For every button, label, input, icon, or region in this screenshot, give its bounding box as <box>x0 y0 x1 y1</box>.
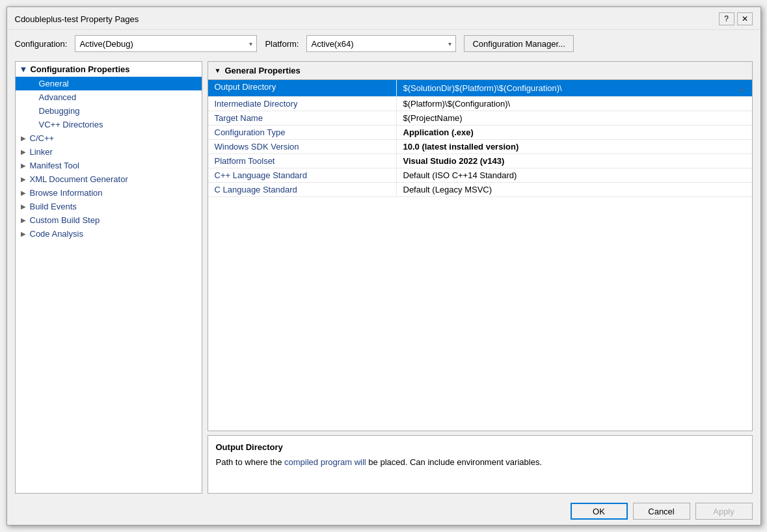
sidebar-label-advanced: Advanced <box>39 92 77 102</box>
bottom-buttons: OK Cancel Apply <box>7 498 760 525</box>
expand-icon-linker: ▶ <box>20 148 27 155</box>
sidebar-label-vc-directories: VC++ Directories <box>39 120 103 129</box>
sidebar-item-browse-info[interactable]: ▶Browse Information <box>16 186 202 200</box>
prop-value-c-lang-std: Default (Legacy MSVC) <box>397 183 752 196</box>
info-panel: Output Directory Path to where the compi… <box>208 435 753 494</box>
sidebar-item-build-events[interactable]: ▶Build Events <box>16 200 202 213</box>
prop-name-c-lang-std: C Language Standard <box>208 183 397 196</box>
expand-icon-cpp: ▶ <box>20 135 27 142</box>
info-text: Path to where the compiled program will … <box>216 456 744 469</box>
root-expand-icon: ▼ <box>20 64 28 74</box>
tree-root-label: Configuration Properties <box>30 64 129 74</box>
sidebar-label-browse-info: Browse Information <box>30 188 103 198</box>
help-button[interactable]: ? <box>719 12 734 25</box>
sidebar-item-xml-doc[interactable]: ▶XML Document Generator <box>16 172 202 186</box>
platform-label: Platform: <box>265 39 299 49</box>
left-panel: ▼ Configuration Properties GeneralAdvanc… <box>15 61 202 494</box>
section-label: General Properties <box>224 66 300 75</box>
prop-name-target-name: Target Name <box>208 111 397 125</box>
tree-children: GeneralAdvancedDebuggingVC++ Directories… <box>16 77 202 241</box>
prop-value-text-target-name: $(ProjectName) <box>403 113 463 123</box>
sidebar-item-custom-build[interactable]: ▶Custom Build Step <box>16 213 202 227</box>
expand-icon-build-events: ▶ <box>20 203 27 210</box>
prop-value-intermediate-dir: $(Platform)\$(Configuration)\ <box>397 97 752 111</box>
prop-value-config-type: Application (.exe) <box>397 126 752 139</box>
config-manager-button[interactable]: Configuration Manager... <box>464 35 573 52</box>
expand-icon-manifest-tool: ▶ <box>20 162 27 169</box>
prop-row-cpp-lang-std[interactable]: C++ Language StandardDefault (ISO C++14 … <box>208 168 752 183</box>
tree-root[interactable]: ▼ Configuration Properties <box>16 62 202 77</box>
prop-row-config-type[interactable]: Configuration TypeApplication (.exe) <box>208 126 752 140</box>
prop-row-windows-sdk[interactable]: Windows SDK Version10.0 (latest installe… <box>208 140 752 154</box>
sidebar-label-xml-doc: XML Document Generator <box>30 174 128 184</box>
sidebar-label-debugging: Debugging <box>39 106 80 116</box>
prop-dropdown-arrow-output-dir[interactable]: ⌄ <box>737 82 746 94</box>
apply-button[interactable]: Apply <box>695 503 753 520</box>
dialog-title: Cdoubleplus-test Property Pages <box>15 14 139 24</box>
sidebar-item-advanced[interactable]: Advanced <box>16 90 202 104</box>
property-pages-dialog: Cdoubleplus-test Property Pages ? ✕ Conf… <box>7 7 761 525</box>
sidebar-label-cpp: C/C++ <box>30 133 55 143</box>
prop-name-windows-sdk: Windows SDK Version <box>208 140 397 153</box>
right-panel: ▼ General Properties Output Directory$(S… <box>208 61 753 494</box>
sidebar-label-manifest-tool: Manifest Tool <box>30 161 79 170</box>
prop-name-cpp-lang-std: C++ Language Standard <box>208 168 397 182</box>
info-text-before: Path to where the <box>216 457 285 467</box>
prop-value-text-config-type: Application (.exe) <box>403 127 474 137</box>
sidebar-item-general[interactable]: General <box>16 77 202 90</box>
prop-name-config-type: Configuration Type <box>208 126 397 139</box>
prop-value-target-name: $(ProjectName) <box>397 111 752 125</box>
info-title: Output Directory <box>216 442 744 452</box>
main-content: ▼ Configuration Properties GeneralAdvanc… <box>7 57 760 498</box>
properties-table: Output Directory$(SolutionDir)$(Platform… <box>208 80 752 431</box>
configuration-dropdown[interactable]: Active(Debug) ▾ <box>75 35 257 52</box>
prop-rows: Output Directory$(SolutionDir)$(Platform… <box>208 80 752 197</box>
title-bar: Cdoubleplus-test Property Pages ? ✕ <box>7 7 760 30</box>
sidebar-item-linker[interactable]: ▶Linker <box>16 145 202 159</box>
sidebar-label-general: General <box>39 79 69 88</box>
sidebar-label-build-events: Build Events <box>30 202 77 211</box>
expand-icon-custom-build: ▶ <box>20 217 27 224</box>
configuration-label: Configuration: <box>15 39 68 49</box>
prop-value-windows-sdk: 10.0 (latest installed version) <box>397 140 752 153</box>
prop-row-platform-toolset[interactable]: Platform ToolsetVisual Studio 2022 (v143… <box>208 154 752 168</box>
prop-name-intermediate-dir: Intermediate Directory <box>208 97 397 111</box>
sidebar-item-manifest-tool[interactable]: ▶Manifest Tool <box>16 159 202 172</box>
properties-container: ▼ General Properties Output Directory$(S… <box>208 61 753 431</box>
prop-value-output-dir: $(SolutionDir)$(Platform)\$(Configuratio… <box>397 80 752 96</box>
platform-dropdown[interactable]: Active(x64) ▾ <box>306 35 456 52</box>
sidebar-label-code-analysis: Code Analysis <box>30 229 83 239</box>
prop-row-intermediate-dir[interactable]: Intermediate Directory$(Platform)\$(Conf… <box>208 97 752 111</box>
properties-header: ▼ General Properties <box>208 62 752 80</box>
platform-value: Active(x64) <box>311 39 353 49</box>
section-expand-icon: ▼ <box>215 67 221 74</box>
info-text-after: be placed. Can include environment varia… <box>366 457 542 467</box>
expand-icon-xml-doc: ▶ <box>20 176 27 183</box>
sidebar-label-linker: Linker <box>30 147 53 157</box>
prop-value-cpp-lang-std: Default (ISO C++14 Standard) <box>397 168 752 182</box>
sidebar-item-cpp[interactable]: ▶C/C++ <box>16 131 202 145</box>
prop-value-text-output-dir: $(SolutionDir)$(Platform)\$(Configuratio… <box>403 83 562 93</box>
prop-row-target-name[interactable]: Target Name$(ProjectName) <box>208 111 752 126</box>
prop-value-text-platform-toolset: Visual Studio 2022 (v143) <box>403 156 505 166</box>
prop-name-platform-toolset: Platform Toolset <box>208 154 397 168</box>
prop-row-c-lang-std[interactable]: C Language StandardDefault (Legacy MSVC) <box>208 183 752 197</box>
prop-value-platform-toolset: Visual Studio 2022 (v143) <box>397 154 752 168</box>
sidebar-item-debugging[interactable]: Debugging <box>16 104 202 118</box>
prop-value-text-intermediate-dir: $(Platform)\$(Configuration)\ <box>403 99 511 109</box>
title-bar-buttons: ? ✕ <box>719 12 753 25</box>
config-dropdown-arrow: ▾ <box>249 40 252 47</box>
sidebar-item-vc-directories[interactable]: VC++ Directories <box>16 118 202 131</box>
ok-button[interactable]: OK <box>571 503 628 520</box>
close-button[interactable]: ✕ <box>737 12 753 25</box>
configuration-value: Active(Debug) <box>79 39 133 49</box>
prop-value-text-windows-sdk: 10.0 (latest installed version) <box>403 142 519 152</box>
prop-row-output-dir[interactable]: Output Directory$(SolutionDir)$(Platform… <box>208 80 752 97</box>
sidebar-item-code-analysis[interactable]: ▶Code Analysis <box>16 227 202 241</box>
prop-value-text-c-lang-std: Default (Legacy MSVC) <box>403 185 492 194</box>
config-row: Configuration: Active(Debug) ▾ Platform:… <box>7 30 760 57</box>
cancel-button[interactable]: Cancel <box>633 503 690 520</box>
sidebar-label-custom-build: Custom Build Step <box>30 215 100 225</box>
info-text-highlight: compiled program will <box>284 457 366 467</box>
platform-dropdown-arrow: ▾ <box>448 40 451 47</box>
